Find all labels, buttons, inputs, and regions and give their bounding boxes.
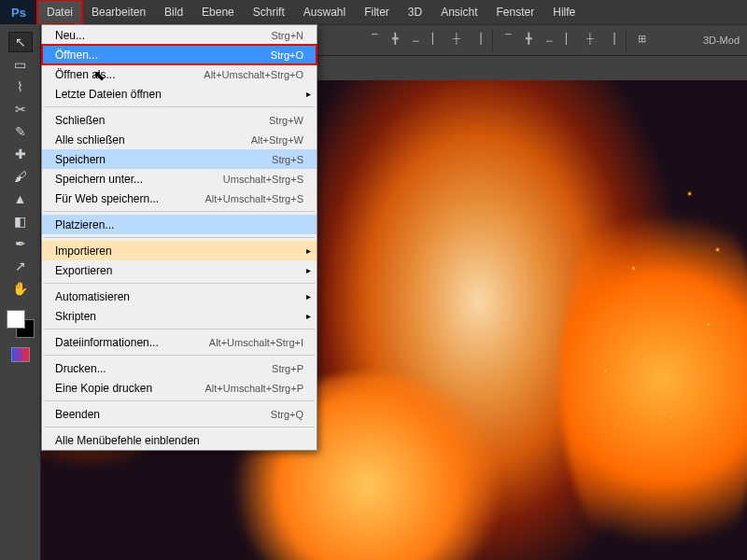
menu-item-shortcut: Strg+O: [271, 49, 303, 61]
menu-item-speichern[interactable]: SpeichernStrg+S: [42, 149, 317, 169]
menu-item-label: Dateiinformationen...: [55, 336, 159, 349]
menu-auswahl[interactable]: Auswahl: [294, 0, 355, 24]
align-hcenter-icon[interactable]: ┼: [447, 29, 466, 48]
menu-item-label: Platzieren...: [55, 218, 114, 231]
menu-item-label: Drucken...: [55, 362, 106, 375]
distribute-left-icon[interactable]: ▏: [560, 29, 579, 48]
menu-item-shortcut: Alt+Strg+W: [251, 134, 303, 146]
mode-label[interactable]: 3D-Mod: [703, 35, 747, 46]
menu-item-label: Letzte Dateien öffnen: [55, 88, 162, 101]
menu-hilfe[interactable]: Hilfe: [543, 0, 585, 24]
menu-item-eine-kopie-drucken[interactable]: Eine Kopie druckenAlt+Umschalt+Strg+P: [42, 378, 317, 398]
menu-separator: [44, 211, 315, 212]
menu-ebene[interactable]: Ebene: [192, 0, 244, 24]
stamp-tool[interactable]: ▲: [8, 189, 33, 209]
menu-item-alle-menübefehle-einblenden[interactable]: Alle Menübefehle einblenden: [42, 430, 317, 450]
align-left-icon[interactable]: ▏: [427, 29, 445, 48]
menu-item-öffnen[interactable]: Öffnen...Strg+O: [42, 45, 317, 64]
healing-tool[interactable]: ✚: [8, 144, 33, 164]
distribute-bottom-icon[interactable]: ⎽: [540, 29, 558, 48]
menu-item-shortcut: Alt+Umschalt+Strg+P: [205, 383, 303, 394]
menu-separator: [44, 427, 315, 427]
menu-separator: [44, 106, 315, 107]
file-menu-dropdown: Neu...Strg+NÖffnen...Strg+OÖffnen als...…: [41, 24, 317, 451]
pen-tool[interactable]: ✒: [8, 233, 33, 254]
lasso-tool[interactable]: ⌇: [8, 77, 33, 97]
menu-item-speichern-unter[interactable]: Speichern unter...Umschalt+Strg+S: [42, 169, 317, 189]
menu-item-label: Für Web speichern...: [55, 192, 159, 205]
app-logo: Ps: [0, 0, 37, 24]
align-top-icon[interactable]: ⎺: [365, 29, 384, 48]
menu-item-skripten[interactable]: Skripten: [42, 306, 317, 326]
menu-item-schlie-en[interactable]: SchließenStrg+W: [42, 110, 317, 130]
eyedropper-tool[interactable]: ✎: [8, 121, 33, 142]
distribute-right-icon[interactable]: ▕: [601, 29, 620, 48]
align-vcenter-icon[interactable]: ╋: [386, 29, 404, 48]
menu-item-label: Neu...: [55, 29, 85, 42]
menu-item-letzte-dateien-öffnen[interactable]: Letzte Dateien öffnen: [42, 84, 317, 104]
menu-separator: [44, 400, 315, 401]
menu-bar: DateiBearbeitenBildEbeneSchriftAuswahlFi…: [37, 0, 585, 24]
menu-item-drucken[interactable]: Drucken...Strg+P: [42, 358, 317, 378]
menu-item-beenden[interactable]: BeendenStrg+Q: [42, 404, 317, 424]
color-swatch[interactable]: [7, 310, 35, 338]
menu-item-shortcut: Alt+Umschalt+Strg+S: [205, 193, 303, 204]
marquee-tool[interactable]: ▭: [8, 54, 33, 75]
title-bar: Ps DateiBearbeitenBildEbeneSchriftAuswah…: [0, 0, 747, 24]
distribute-vcenter-icon[interactable]: ╋: [519, 29, 538, 48]
menu-item-label: Alle schließen: [55, 133, 125, 147]
menu-item-shortcut: Strg+P: [272, 363, 303, 374]
divider: [492, 29, 493, 51]
auto-align-icon[interactable]: ⊞: [632, 29, 651, 48]
menu-item-label: Speichern unter...: [55, 173, 143, 186]
menu-item-label: Importieren: [55, 245, 112, 258]
menu-separator: [44, 237, 315, 238]
menu-item-shortcut: Umschalt+Strg+S: [223, 174, 303, 185]
eraser-tool[interactable]: ◧: [8, 211, 33, 231]
menu-item-shortcut: Strg+S: [272, 154, 303, 165]
menu-item-shortcut: Strg+N: [271, 30, 303, 41]
menu-item-neu[interactable]: Neu...Strg+N: [42, 25, 317, 45]
menu-bearbeiten[interactable]: Bearbeiten: [82, 0, 155, 24]
menu-item-label: Exportieren: [55, 264, 112, 277]
menu-datei[interactable]: Datei: [37, 0, 82, 24]
menu-separator: [44, 329, 315, 329]
menu-item-label: Öffnen...: [55, 49, 98, 62]
menu-separator: [44, 283, 315, 284]
menu-fenster[interactable]: Fenster: [487, 0, 544, 24]
align-right-icon[interactable]: ▕: [468, 29, 486, 48]
brush-tool[interactable]: 🖌: [8, 166, 33, 187]
path-tool[interactable]: ↗: [8, 256, 33, 276]
menu-item-label: Speichern: [55, 153, 106, 166]
menu-item-automatisieren[interactable]: Automatisieren: [42, 287, 317, 306]
menu-item-label: Öffnen als...: [55, 68, 115, 81]
hand-tool[interactable]: ✋: [8, 278, 33, 299]
menu-3d[interactable]: 3D: [399, 0, 431, 24]
menu-filter[interactable]: Filter: [355, 0, 399, 24]
menu-item-exportieren[interactable]: Exportieren: [42, 260, 317, 280]
menu-item-dateiinformationen[interactable]: Dateiinformationen...Alt+Umschalt+Strg+I: [42, 332, 317, 352]
menu-separator: [44, 355, 315, 356]
tool-panel: ↖▭⌇✂✎✚🖌▲◧✒↗✋: [0, 24, 41, 560]
alignment-group: ⎺ ╋ ⎽ ▏ ┼ ▕ ⎺ ╋ ⎽ ▏ ┼ ▕ ⊞: [365, 29, 651, 51]
align-bottom-icon[interactable]: ⎽: [406, 29, 425, 48]
menu-bild[interactable]: Bild: [155, 0, 192, 24]
menu-schrift[interactable]: Schrift: [244, 0, 294, 24]
menu-item-label: Alle Menübefehle einblenden: [55, 434, 200, 447]
menu-item-shortcut: Strg+Q: [271, 409, 303, 420]
menu-item-platzieren[interactable]: Platzieren...: [42, 215, 317, 234]
menu-item-alle-schlie-en[interactable]: Alle schließenAlt+Strg+W: [42, 130, 317, 149]
menu-item-label: Skripten: [55, 310, 96, 323]
menu-item-importieren[interactable]: Importieren: [42, 241, 317, 260]
move-tool[interactable]: ↖: [8, 32, 33, 52]
distribute-hcenter-icon[interactable]: ┼: [581, 29, 599, 48]
menu-ansicht[interactable]: Ansicht: [431, 0, 486, 24]
crop-tool[interactable]: ✂: [8, 99, 33, 119]
quick-mask-icon[interactable]: [11, 347, 30, 362]
menu-item-shortcut: Alt+Umschalt+Strg+I: [209, 337, 303, 348]
foreground-color[interactable]: [7, 310, 25, 329]
distribute-top-icon[interactable]: ⎺: [499, 29, 517, 48]
menu-item-für-web-speichern[interactable]: Für Web speichern...Alt+Umschalt+Strg+S: [42, 189, 317, 208]
menu-item-label: Automatisieren: [55, 290, 130, 303]
menu-item-öffnen-als[interactable]: Öffnen als...Alt+Umschalt+Strg+O: [42, 64, 317, 84]
